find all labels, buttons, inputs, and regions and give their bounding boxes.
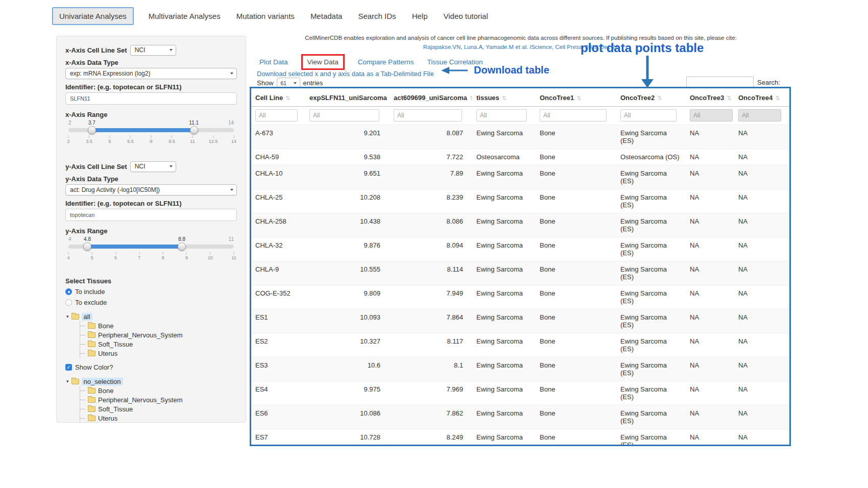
nav-item-metadata[interactable]: Metadata: [309, 8, 344, 24]
table-cell: ES4: [251, 381, 305, 405]
nav-item-help[interactable]: Help: [411, 8, 429, 24]
tab-view-data[interactable]: View Data: [301, 54, 345, 70]
table-row[interactable]: A-6739.2018.087Ewing SarcomaBoneEwing Sa…: [251, 125, 789, 149]
tree-item[interactable]: Soft_Tissue: [80, 339, 237, 349]
nav-item-univariate-analyses[interactable]: Univariate Analyses: [52, 7, 134, 25]
exclude-radio[interactable]: To exclude: [65, 297, 237, 308]
table-row[interactable]: ES49.9757.969Ewing SarcomaBoneEwing Sarc…: [251, 381, 789, 405]
column-header-act609699-unisarcoma[interactable]: act609699_uniSarcoma⇅: [390, 88, 472, 107]
sort-icon[interactable]: ⇅: [657, 95, 662, 101]
x-cell-line-set-select[interactable]: NCI: [130, 45, 176, 56]
folder-icon: [88, 406, 95, 412]
slider-handle-right[interactable]: [178, 242, 186, 251]
left-arrow-icon: [441, 66, 468, 75]
tree-connector: [80, 418, 85, 419]
table-cell: NA: [686, 381, 734, 405]
tree-item[interactable]: Peripheral_Nervous_System: [80, 330, 237, 339]
table-row[interactable]: ES310.68.1Ewing SarcomaBoneEwing Sarcoma…: [251, 357, 789, 381]
table-row[interactable]: ES610.0867.862Ewing SarcomaBoneEwing Sar…: [251, 405, 789, 429]
slider-ticks: 4567891011: [68, 252, 234, 263]
slider-bar[interactable]: [92, 128, 194, 132]
sort-icon[interactable]: ⇅: [576, 95, 581, 101]
column-header-label: OncoTree4: [738, 94, 773, 102]
sort-icon[interactable]: ⇅: [285, 95, 290, 101]
table-cell: NA: [686, 285, 734, 309]
column-filter-input[interactable]: [690, 109, 733, 121]
include-radio[interactable]: To include: [65, 286, 237, 297]
nav-item-search-ids[interactable]: Search IDs: [357, 8, 397, 24]
nav-item-multivariate-analyses[interactable]: Multivariate Analyses: [148, 8, 222, 24]
table-row[interactable]: ES210.3278.117Ewing SarcomaBoneEwing Sar…: [251, 333, 789, 357]
y-identifier-input[interactable]: [65, 209, 237, 221]
y-axis-range-slider[interactable]: 4 11 4.8 8.8 4567891011: [68, 236, 234, 265]
table-row[interactable]: CHLA-2510.2088.239Ewing SarcomaBoneEwing…: [251, 189, 789, 213]
y-identifier-label: Identifier: (e.g. topotecan or SLFN11): [65, 200, 237, 207]
x-data-type-select[interactable]: exp: mRNA Expression (log2): [65, 68, 237, 79]
tab-plot-data[interactable]: Plot Data: [259, 58, 288, 66]
tree-item[interactable]: Soft_Tissue: [80, 404, 237, 413]
table-cell: Ewing Sarcoma: [472, 357, 536, 381]
tree-item[interactable]: Bone: [80, 321, 237, 330]
table-cell: NA: [734, 309, 789, 333]
column-filter-input[interactable]: [394, 109, 462, 121]
column-filter-input[interactable]: [255, 109, 298, 121]
column-header-expslfn11-unisarcoma[interactable]: expSLFN11_uniSarcoma⇅: [305, 88, 390, 107]
folder-icon: [88, 323, 95, 329]
column-header-oncotree4[interactable]: OncoTree4⇅: [734, 88, 789, 107]
tree-item[interactable]: Bone: [80, 386, 237, 395]
column-header-tissues[interactable]: tissues⇅: [472, 88, 536, 107]
table-row[interactable]: CHLA-329.8768.094Ewing SarcomaBoneEwing …: [251, 237, 789, 261]
table-cell: Ewing Sarcoma: [472, 213, 536, 237]
x-identifier-input[interactable]: [65, 92, 237, 105]
tree-connector: [80, 409, 85, 409]
column-header-oncotree2[interactable]: OncoTree2⇅: [616, 88, 686, 107]
y-cell-line-set-select[interactable]: NCI: [130, 161, 176, 172]
sort-icon[interactable]: ⇅: [727, 95, 731, 101]
sort-icon[interactable]: ⇅: [502, 95, 507, 101]
show-color-checkbox[interactable]: ✓ Show Color?: [65, 362, 237, 373]
column-filter-input[interactable]: [540, 109, 607, 121]
table-cell: 10.555: [305, 261, 390, 285]
table-cell: NA: [734, 285, 789, 309]
slider-handle-right[interactable]: [190, 126, 198, 134]
slider-handle-left[interactable]: [83, 242, 91, 251]
tree-root[interactable]: ▾ all: [66, 312, 237, 321]
table-cell: NA: [734, 333, 789, 357]
sort-icon[interactable]: ⇅: [775, 95, 780, 101]
table-row[interactable]: ES710.7288.249Ewing SarcomaBoneEwing Sar…: [251, 429, 789, 447]
tree-item[interactable]: Uterus: [80, 349, 237, 358]
column-filter-input[interactable]: [738, 109, 781, 121]
slider-bar[interactable]: [87, 245, 182, 249]
column-header-oncotree3[interactable]: OncoTree3⇅: [686, 88, 734, 107]
y-data-type-select[interactable]: act: Drug Activity (-log10[IC50M]): [65, 184, 237, 196]
table-row[interactable]: CHA-599.5387.722OsteosarcomaBoneOsteosar…: [251, 149, 789, 165]
tree-root[interactable]: ▾ no_selection: [66, 377, 237, 386]
table-row[interactable]: CHLA-910.5558.114Ewing SarcomaBoneEwing …: [251, 261, 789, 285]
table-cell: 8.087: [390, 125, 472, 149]
sort-icon[interactable]: ⇅: [470, 95, 472, 101]
citation-line2[interactable]: Rajapakse.VN, Luna.A, Yamade.M et al. iS…: [253, 43, 789, 52]
table-row[interactable]: ES110.0937.864Ewing SarcomaBoneEwing Sar…: [251, 309, 789, 333]
caret-down-icon[interactable]: ▾: [66, 379, 69, 384]
tree-item[interactable]: Peripheral_Nervous_System: [80, 395, 237, 404]
column-header-oncotree1[interactable]: OncoTree1⇅: [536, 88, 616, 107]
column-filter-input[interactable]: [620, 109, 677, 121]
tab-compare-patterns[interactable]: Compare Patterns: [358, 58, 414, 66]
nav-item-mutation-variants[interactable]: Mutation variants: [235, 8, 296, 24]
chevron-down-icon: [170, 49, 173, 51]
tree-item[interactable]: Uterus: [80, 413, 237, 423]
table-row[interactable]: CHLA-25810.4388.086Ewing SarcomaBoneEwin…: [251, 213, 789, 237]
caret-down-icon[interactable]: ▾: [66, 314, 69, 319]
slider-handle-left[interactable]: [88, 126, 96, 134]
table-cell: NA: [686, 333, 734, 357]
table-cell: Bone: [536, 405, 616, 429]
table-row[interactable]: COG-E-3529.8097.949Ewing SarcomaBoneEwin…: [251, 285, 789, 309]
column-filter-input[interactable]: [309, 109, 379, 121]
slider-track[interactable]: [68, 245, 234, 249]
table-row[interactable]: CHLA-109.6517.89Ewing SarcomaBoneEwing S…: [251, 165, 789, 189]
column-header-cell-line[interactable]: Cell Line⇅: [251, 88, 305, 107]
column-filter-input[interactable]: [476, 109, 527, 121]
download-link[interactable]: Download selected x and y axis data as a…: [257, 70, 434, 78]
x-axis-range-slider[interactable]: 2 14 3.7 11.1 23.556.589.51112.514: [68, 120, 234, 149]
nav-item-video-tutorial[interactable]: Video tutorial: [442, 8, 489, 24]
